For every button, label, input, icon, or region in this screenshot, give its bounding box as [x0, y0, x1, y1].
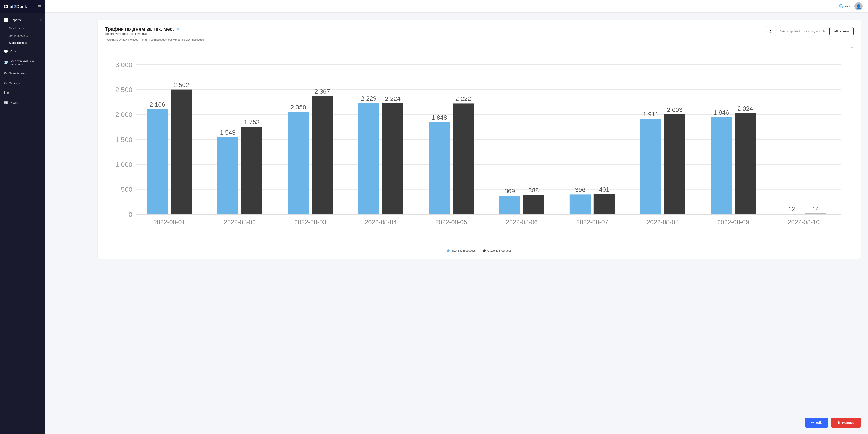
- sidebar-item-news[interactable]: 📰 News: [0, 98, 45, 107]
- nav-label-settings: Settings: [9, 81, 20, 85]
- report-description: Total traffic by day. Includes "menu" ty…: [105, 38, 854, 41]
- legend-incoming-label: Incoming messages: [452, 249, 475, 252]
- label-incoming-2022-08-03: 2 050: [290, 104, 306, 111]
- nav-icon-bulk-messaging: 📨: [4, 60, 8, 65]
- edit-pencil-icon[interactable]: ✏: [177, 27, 180, 31]
- report-header: Трафик по дням за тек. мес. ✏ Report typ…: [105, 26, 854, 37]
- bar-incoming-2022-08-03: [288, 112, 309, 214]
- sidebar-item-info[interactable]: ℹ Info: [0, 88, 45, 98]
- bar-outgoing-2022-08-06: [523, 195, 545, 214]
- sub-label-statistic-charts: Statistic charts: [9, 41, 27, 44]
- report-card: Трафик по дням за тек. мес. ✏ Report typ…: [98, 20, 861, 259]
- chevron-icon-reports: ▾: [40, 19, 41, 22]
- label-incoming-2022-08-01: 2 106: [150, 101, 165, 108]
- bar-incoming-2022-08-04: [358, 103, 379, 214]
- edit-icon: ✏: [811, 421, 814, 425]
- sidebar-sub-item-general-reports[interactable]: General reports: [0, 32, 45, 39]
- sidebar-sub-item-statistic-charts[interactable]: Statistic charts: [0, 39, 45, 46]
- x-label-2022-08-06: 2022-08-06: [506, 219, 537, 226]
- nav-label-chats: Chats: [10, 50, 18, 53]
- x-label-2022-08-09: 2022-08-09: [717, 219, 749, 226]
- label-incoming-2022-08-02: 1 543: [220, 129, 236, 136]
- nav-label-news: News: [10, 101, 18, 104]
- edit-button[interactable]: ✏ Edit: [805, 418, 828, 428]
- header-right: 🌐 en ▾ 👤: [839, 2, 863, 10]
- bar-incoming-2022-08-07: [570, 194, 591, 214]
- edit-label: Edit: [816, 421, 822, 425]
- bar-outgoing-2022-08-01: [171, 90, 192, 214]
- bar-outgoing-2022-08-09: [735, 113, 756, 214]
- language-selector[interactable]: 🌐 en ▾: [839, 4, 851, 8]
- sidebar-logo: Chat2Desk ☰: [0, 0, 45, 13]
- sidebar-item-chats[interactable]: 💬 Chats: [0, 46, 45, 56]
- label-outgoing-2022-08-04: 2 224: [385, 95, 401, 102]
- sidebar-nav: 📊 Reports ▾DashboardsGeneral reportsStat…: [0, 13, 45, 434]
- bottom-actions: ✏ Edit 🗑 Remove: [805, 418, 861, 428]
- app-name: Chat2Desk: [4, 4, 27, 9]
- legend-outgoing-dot: [483, 249, 486, 252]
- hamburger-icon[interactable]: ☰: [38, 4, 41, 9]
- bar-incoming-2022-08-06: [499, 196, 520, 214]
- nav-label-sales-tunnels: Sales tunnels: [9, 72, 27, 75]
- refresh-button[interactable]: ↻: [766, 26, 776, 36]
- avatar[interactable]: 👤: [855, 2, 863, 10]
- sub-label-general-reports: General reports: [9, 34, 28, 37]
- sub-label-dashboards: Dashboards: [9, 27, 24, 30]
- bar-outgoing-2022-08-08: [664, 114, 685, 214]
- sidebar-item-bulk-messaging[interactable]: 📨 Bulk messaging & mass ops: [0, 56, 45, 68]
- report-title: Трафик по дням за тек. мес.: [105, 26, 174, 32]
- lang-label: en: [845, 4, 848, 8]
- bar-outgoing-2022-08-05: [453, 103, 474, 214]
- svg-text:3,000: 3,000: [115, 61, 132, 68]
- legend-outgoing: Outgoing messages: [483, 249, 512, 252]
- nav-icon-sales-tunnels: ⚙: [4, 71, 7, 75]
- label-incoming-2022-08-07: 396: [575, 186, 586, 193]
- report-actions: ↻ Data is updated once a day at night Al…: [766, 26, 854, 36]
- sidebar-sub-item-dashboards[interactable]: Dashboards: [0, 25, 45, 32]
- trash-icon: 🗑: [837, 421, 840, 425]
- bar-incoming-2022-08-05: [429, 122, 450, 214]
- remove-button[interactable]: 🗑 Remove: [831, 418, 861, 428]
- sidebar-item-settings[interactable]: ⚙ Settings: [0, 78, 45, 88]
- nav-label-bulk-messaging: Bulk messaging & mass ops: [10, 59, 41, 66]
- label-incoming-2022-08-06: 369: [504, 188, 515, 195]
- label-outgoing-2022-08-06: 388: [529, 187, 539, 194]
- legend-outgoing-label: Outgoing messages: [487, 249, 512, 252]
- label-outgoing-2022-08-02: 1 753: [244, 119, 260, 126]
- label-incoming-2022-08-05: 1 848: [432, 114, 447, 121]
- report-title-area: Трафик по дням за тек. мес. ✏: [105, 26, 180, 32]
- bar-outgoing-2022-08-07: [594, 194, 615, 214]
- svg-text:0: 0: [129, 211, 132, 218]
- label-outgoing-2022-08-10: 14: [812, 205, 819, 212]
- bar-chart: 3,0002,5002,0001,5001,00050002 1062 5022…: [105, 46, 854, 245]
- label-outgoing-2022-08-09: 2 024: [737, 105, 753, 112]
- bar-outgoing-2022-08-02: [241, 127, 262, 214]
- label-incoming-2022-08-10: 12: [788, 205, 795, 212]
- label-outgoing-2022-08-05: 2 222: [456, 95, 471, 102]
- svg-text:2,000: 2,000: [115, 111, 132, 118]
- x-label-2022-08-03: 2022-08-03: [294, 219, 326, 226]
- all-reports-button[interactable]: All reports: [829, 27, 854, 35]
- label-incoming-2022-08-08: 1 911: [643, 111, 658, 118]
- nav-icon-reports: 📊: [4, 18, 8, 22]
- chart-container: ≡ 3,0002,5002,0001,5001,00050002 1062 50…: [105, 46, 854, 252]
- top-header: 🌐 en ▾ 👤: [45, 0, 868, 13]
- chart-legend: Incoming messages Outgoing messages: [105, 249, 854, 252]
- sidebar-item-reports[interactable]: 📊 Reports ▾: [0, 15, 45, 25]
- main-content: Трафик по дням за тек. мес. ✏ Report typ…: [90, 13, 868, 434]
- chart-menu-icon[interactable]: ≡: [851, 46, 854, 51]
- svg-text:2,500: 2,500: [115, 86, 132, 93]
- label-outgoing-2022-08-08: 2 003: [667, 106, 683, 113]
- nav-icon-info: ℹ: [4, 91, 5, 95]
- nav-icon-settings: ⚙: [4, 81, 7, 85]
- x-label-2022-08-04: 2022-08-04: [365, 219, 397, 226]
- svg-text:500: 500: [121, 186, 132, 193]
- label-incoming-2022-08-04: 2 229: [361, 95, 377, 102]
- x-label-2022-08-05: 2022-08-05: [435, 219, 467, 226]
- x-label-2022-08-08: 2022-08-08: [647, 219, 679, 226]
- bar-incoming-2022-08-09: [711, 117, 732, 214]
- flag-icon: 🌐: [839, 4, 843, 8]
- x-label-2022-08-02: 2022-08-02: [224, 219, 256, 226]
- bar-incoming-2022-08-02: [217, 137, 238, 214]
- sidebar-item-sales-tunnels[interactable]: ⚙ Sales tunnels: [0, 68, 45, 78]
